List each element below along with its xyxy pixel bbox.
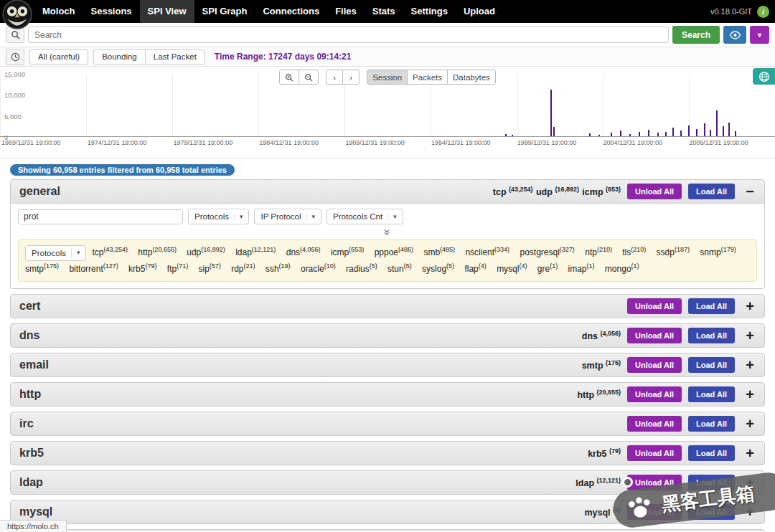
spi-value[interactable]: ssh(19) [266,264,291,274]
expand-icon[interactable]: + [744,358,756,372]
tab-session[interactable]: Session [367,70,408,85]
spi-value[interactable]: udp(16,892) [187,247,225,257]
expand-icon[interactable]: + [744,446,756,460]
load-all-button[interactable]: Load All [688,184,735,199]
last-packet-select[interactable]: Last Packet [145,49,205,65]
values-field-dropdown[interactable]: Protocols ▾ [25,245,86,261]
map-toggle-button[interactable] [753,68,775,85]
spi-header-stat[interactable]: krb5 (79) [588,449,621,459]
expand-icon[interactable]: + [744,328,756,343]
spi-value[interactable]: sip(57) [199,264,221,274]
unload-all-button[interactable]: Unload All [627,386,682,402]
spi-value[interactable]: stun(5) [388,264,412,274]
spi-value[interactable]: rdp(21) [231,264,255,274]
field-dropdown-protocols-cnt[interactable]: Protocols Cnt ▾ [327,209,403,224]
section-header-dns[interactable]: dns dns (4,056) Unload All Load All + [10,323,765,348]
section-header-krb5[interactable]: krb5 krb5 (79) Unload All Load All + [10,441,765,465]
load-all-button[interactable]: Load All [688,298,735,314]
spi-value[interactable]: gre(1) [537,264,558,274]
unload-all-button[interactable]: Unload All [627,357,682,373]
spi-value[interactable]: radius(5) [346,264,377,274]
spi-value[interactable]: ldap(12,121) [235,247,276,257]
zoom-out-button[interactable] [299,70,319,85]
time-addon-button[interactable] [6,49,24,65]
nav-item-sessions[interactable]: Sessions [83,0,140,23]
spi-value[interactable]: ftp(71) [167,264,188,274]
pan-right-button[interactable]: › [342,70,360,85]
spi-header-stat[interactable]: tcp (43,254) [493,187,533,197]
unload-all-button[interactable]: Unload All [627,445,682,461]
spi-value[interactable]: tls(210) [622,247,646,257]
spi-value[interactable]: oracle(10) [301,264,336,274]
spi-header-stat[interactable]: udp (16,892) [536,187,579,197]
section-header-email[interactable]: email smtp (175) Unload All Load All + [10,353,765,377]
spi-value[interactable]: postgresql(327) [520,247,574,257]
search-button[interactable]: Search [672,26,720,44]
nav-item-settings[interactable]: Settings [403,0,456,23]
spi-value[interactable]: ssdp(187) [657,247,690,257]
load-all-button[interactable]: Load All [688,416,735,432]
zoom-in-button[interactable] [279,70,299,85]
search-actions-dropdown-button[interactable]: ▾ [750,26,769,44]
spi-value[interactable]: http(20,655) [138,247,177,257]
nav-item-moloch[interactable]: Moloch [34,0,83,23]
spi-value[interactable]: dns(4,056) [286,247,321,257]
spi-value[interactable]: bittorrent(127) [69,264,118,274]
section-header-http[interactable]: http http (20,655) Unload All Load All + [10,382,765,407]
nav-item-upload[interactable]: Upload [456,0,503,23]
collapse-icon[interactable]: − [744,184,756,199]
field-dropdown-protocols[interactable]: Protocols ▾ [188,209,249,224]
field-filter-input[interactable] [18,209,183,224]
tab-databytes[interactable]: Databytes [447,70,496,85]
search-input[interactable] [28,27,669,43]
section-header-general[interactable]: general tcp (43,254) udp (16,892) icmp (… [10,179,765,204]
double-chevron-down-icon[interactable]: » [383,229,392,235]
spi-value[interactable]: smb(485) [423,247,455,257]
spi-value[interactable]: pppoe(486) [375,247,413,257]
spi-value[interactable]: ntp(210) [585,247,612,257]
nav-item-connections[interactable]: Connections [255,0,327,23]
unload-all-button[interactable]: Unload All [627,328,682,343]
load-all-button[interactable]: Load All [688,357,735,373]
info-icon[interactable]: i [757,6,769,18]
spi-value[interactable]: imap(1) [568,264,595,274]
pan-left-button[interactable]: ‹ [326,70,343,85]
spi-header-stat[interactable]: ldap (12,121) [576,478,621,488]
nav-item-stats[interactable]: Stats [365,0,403,23]
moloch-owl-logo[interactable] [2,0,32,29]
unload-all-button[interactable]: Unload All [627,184,682,199]
bounding-select[interactable]: Bounding [93,49,146,65]
spi-value[interactable]: nsclient(334) [465,247,509,257]
spi-value[interactable]: smtp(175) [25,264,59,274]
expand-icon[interactable]: + [744,417,756,431]
load-all-button[interactable]: Load All [688,445,735,461]
spi-value[interactable]: snmp(179) [700,247,736,257]
unload-all-button[interactable]: Unload All [627,416,682,432]
expand-icon[interactable]: + [744,299,756,313]
nav-item-files[interactable]: Files [327,0,365,23]
nav-item-spi-graph[interactable]: SPI Graph [194,0,255,23]
spi-header-stat[interactable]: icmp (653) [582,187,621,197]
spi-value[interactable]: mysql(4) [497,264,527,274]
field-dropdown-ip-protocol[interactable]: IP Protocol ▾ [254,209,321,224]
section-header-cert[interactable]: cert Unload All Load All + [10,294,765,318]
spi-value[interactable]: mongo(1) [605,264,639,274]
expand-icon[interactable]: + [744,387,756,402]
spi-value[interactable]: icmp(653) [331,247,364,257]
view-sessions-button[interactable] [723,26,746,44]
nav-item-spi-view[interactable]: SPI View [140,0,194,23]
spi-value[interactable]: krb5(79) [128,264,156,274]
load-all-button[interactable]: Load All [688,328,735,343]
section-header-irc[interactable]: irc Unload All Load All + [10,412,765,436]
spi-header-stat[interactable]: smtp (175) [582,361,621,371]
tab-packets[interactable]: Packets [407,70,448,85]
spi-value[interactable]: tcp(43,254) [92,247,128,257]
spi-value[interactable]: flap(4) [464,264,486,274]
section-header-oracle[interactable]: oracle oracle (10) Unload All Load All + [10,529,765,532]
unload-all-button[interactable]: Unload All [627,298,682,314]
spi-header-stat[interactable]: http (20,655) [577,390,621,400]
spi-value[interactable]: syslog(5) [422,264,454,274]
load-all-button[interactable]: Load All [688,386,735,402]
spi-header-stat[interactable]: dns (4,056) [582,331,621,341]
time-range-select[interactable]: All (careful) [29,49,88,65]
